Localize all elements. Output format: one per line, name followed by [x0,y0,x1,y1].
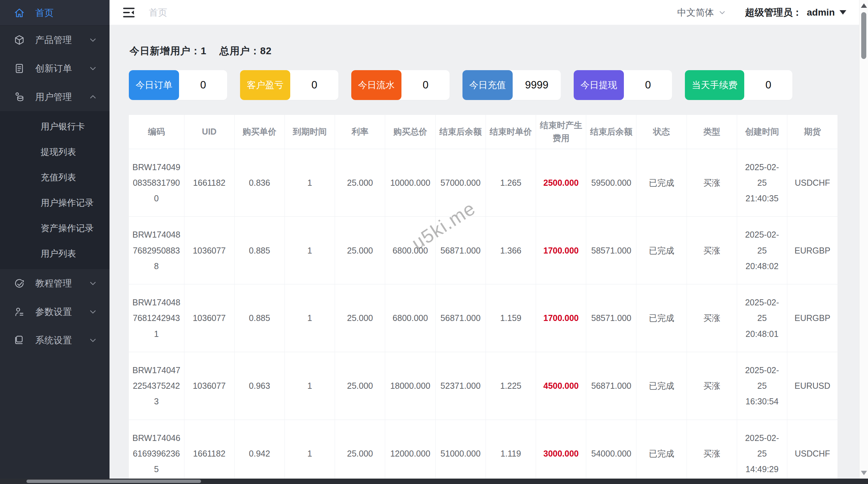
topbar-right: 中文简体 超级管理员：admin [677,6,846,19]
sidebar-item-users-coins[interactable]: 用户管理 [0,83,110,111]
user-stats-line: 今日新增用户：1总用户：82 [130,44,868,58]
column-header: 创建时间 [737,115,787,149]
stat-cards: 今日订单0客户盈亏0今日流水0今日充值9999今日提现0当天手续费0 [129,70,868,100]
language-selector[interactable]: 中文简体 [677,6,726,19]
sidebar-item-order-document[interactable]: 创新订单 [0,54,110,83]
vertical-scroll-thumb[interactable] [861,12,866,59]
sidebar-subitem[interactable]: 用户操作记录 [0,190,110,216]
cell: 1036077 [184,352,234,420]
tutorial-trend-icon [14,278,25,289]
chevron-down-icon [88,36,97,44]
column-header: 状态 [636,115,687,149]
cell: EURUSD [787,352,837,420]
sidebar-subitem[interactable]: 提现列表 [0,139,110,165]
total-users-value: 82 [260,45,272,56]
cell: 1700.000 [536,217,586,284]
sidebar-item-home[interactable]: 首页 [0,0,110,26]
cell: EURGBP [787,217,837,284]
sidebar-subitem[interactable]: 用户列表 [0,241,110,266]
cell: 2025-02-25 14:49:29 [737,420,787,484]
sidebar-item-label: 系统设置 [35,334,72,346]
cell: 1.265 [486,149,536,217]
stat-card-value: 0 [744,70,792,100]
cell: 2500.000 [536,149,586,217]
stat-card: 今日提现0 [574,70,672,100]
stat-card: 当天手续费0 [685,70,792,100]
admin-label: 超级管理员： [745,6,802,19]
cell: 57000.000 [435,149,486,217]
admin-dropdown[interactable]: 超级管理员：admin [745,6,846,19]
column-header: 利率 [335,115,385,149]
chevron-down-icon [88,307,97,316]
cell-code: BRW17404722543752423 [129,352,184,420]
horizontal-scroll-thumb[interactable] [26,480,201,483]
stat-card: 今日流水0 [351,70,450,100]
column-header: 结束时单价 [486,115,536,149]
new-users-label: 今日新增用户： [130,45,201,56]
cell: 0.885 [234,217,284,284]
sidebar-subitem[interactable]: 资产操作记录 [0,216,110,241]
cell: 1 [284,149,335,217]
sidebar-item-product-box[interactable]: 产品管理 [0,26,110,54]
table-row: BRW1740487681242943110360770.885125.0006… [129,284,837,352]
table-header-row: 编码UID购买单价到期时间利率购买总价结束后余额结束时单价结束时产生费用结束后余… [129,115,837,149]
horizontal-scrollbar[interactable] [0,479,868,484]
cell: 0.963 [234,352,284,420]
stat-card-value: 0 [179,70,227,100]
stat-card: 客户盈亏0 [240,70,338,100]
cell-code: BRW17404661693962365 [129,420,184,484]
cell: 0.942 [234,420,284,484]
cell: 1661182 [184,149,234,217]
cell: USDCHF [787,149,837,217]
new-users-value: 1 [201,45,206,56]
stat-card-value: 9999 [513,70,561,100]
sidebar-subitem[interactable]: 用户银行卡 [0,114,110,139]
cell: 52371.000 [435,352,486,420]
cell: 1 [284,352,335,420]
users-coins-icon [14,91,25,103]
sidebar-item-system-book[interactable]: 系统设置 [0,326,110,355]
cell: 10000.000 [385,149,435,217]
cell: 25.000 [335,284,385,352]
table-row: BRW1740487682950883810360770.885125.0006… [129,217,837,284]
vertical-scrollbar[interactable] [859,0,868,479]
cell: USDCHF [787,420,837,484]
system-book-icon [14,335,25,346]
cell: 1.225 [486,352,536,420]
cell: 51000.000 [435,420,486,484]
stat-card-label: 今日提现 [574,70,624,100]
cell: 56871.000 [435,217,486,284]
sidebar-item-tutorial-trend[interactable]: 教程管理 [0,269,110,298]
chevron-down-icon [88,64,97,73]
cell: 25.000 [335,149,385,217]
stat-card-label: 今日充值 [462,70,513,100]
menu-collapse-icon[interactable] [122,5,136,20]
cell: 25.000 [335,217,385,284]
sidebar-subitem[interactable]: 充值列表 [0,165,110,190]
column-header: UID [184,115,234,149]
stat-card: 今日订单0 [129,70,227,100]
table-body: BRW1740490835831790016611820.836125.0001… [129,149,837,484]
cell-code: BRW17404876812429431 [129,284,184,352]
cell: 1.119 [486,420,536,484]
sidebar-item-label: 首页 [35,7,54,19]
scroll-down-arrow-icon[interactable] [861,471,867,475]
sidebar-item-label: 教程管理 [35,277,72,289]
sidebar-submenu: 用户银行卡提现列表充值列表用户操作记录资产操作记录用户列表 [0,111,110,269]
cell: 56871.000 [586,352,636,420]
cell: 1 [284,420,335,484]
cell: 58571.000 [586,284,636,352]
stat-card-label: 客户盈亏 [240,70,290,100]
cell: 1 [284,284,335,352]
column-header: 结束时产生费用 [536,115,586,149]
content-area: 今日新增用户：1总用户：82 今日订单0客户盈亏0今日流水0今日充值9999今日… [110,25,868,484]
sidebar-item-label: 用户管理 [35,91,72,103]
cell: 已完成 [636,352,687,420]
table-row: BRW1740472254375242310360770.963125.0001… [129,352,837,420]
sidebar-item-params-person[interactable]: 参数设置 [0,298,110,326]
stat-card-value: 0 [624,70,672,100]
cell: 25.000 [335,352,385,420]
cell: EURGBP [787,284,837,352]
scroll-up-arrow-icon[interactable] [861,3,867,8]
cell: 已完成 [636,420,687,484]
